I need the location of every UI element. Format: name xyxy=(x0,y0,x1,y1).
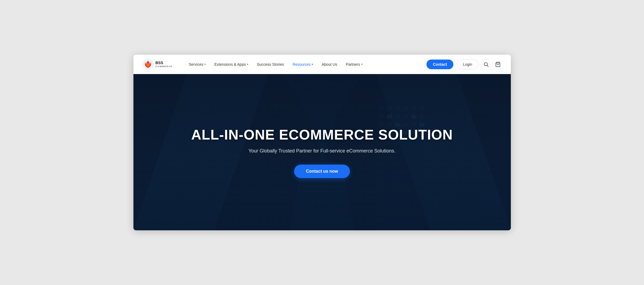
search-icon xyxy=(483,62,489,67)
login-button[interactable]: Login xyxy=(457,60,478,69)
nav-about[interactable]: About Us xyxy=(318,60,341,69)
logo-icon xyxy=(142,58,154,70)
nav-partners[interactable]: Partners ▾ xyxy=(342,60,366,69)
chevron-down-icon: ▾ xyxy=(204,63,206,66)
navbar: BSS COMMERCE Services ▾ Extensions & App… xyxy=(133,55,511,74)
chevron-down-icon: ▾ xyxy=(247,63,248,66)
chevron-down-icon: ▾ xyxy=(361,63,363,66)
nav-links: Services ▾ Extensions & Apps ▾ Success S… xyxy=(185,60,427,69)
chevron-down-icon: ▾ xyxy=(312,63,313,66)
logo-sub: COMMERCE xyxy=(156,65,173,68)
logo-brand: BSS xyxy=(156,61,173,65)
logo[interactable]: BSS COMMERCE xyxy=(142,58,174,70)
contact-button[interactable]: Contact xyxy=(426,60,453,69)
hero-content: ALL-IN-ONE ECOMMERCE SOLUTION Your Globa… xyxy=(133,74,511,230)
cart-icon xyxy=(495,62,501,67)
hero-title: ALL-IN-ONE ECOMMERCE SOLUTION xyxy=(191,127,453,143)
contact-us-now-button[interactable]: Contact us now xyxy=(294,165,350,178)
nav-services[interactable]: Services ▾ xyxy=(185,60,210,69)
nav-resources[interactable]: Resources ▾ xyxy=(289,60,317,69)
hero-subtitle: Your Globally Trusted Partner for Full-s… xyxy=(249,148,396,154)
nav-success-stories[interactable]: Success Stories xyxy=(253,60,288,69)
nav-extensions[interactable]: Extensions & Apps ▾ xyxy=(211,60,252,69)
search-button[interactable] xyxy=(482,61,490,68)
hero-section: ALL-IN-ONE ECOMMERCE SOLUTION Your Globa… xyxy=(133,74,511,230)
cart-button[interactable] xyxy=(494,61,502,68)
browser-window: BSS COMMERCE Services ▾ Extensions & App… xyxy=(133,55,511,230)
nav-right: Contact Login xyxy=(426,60,502,69)
svg-line-2 xyxy=(487,65,488,67)
